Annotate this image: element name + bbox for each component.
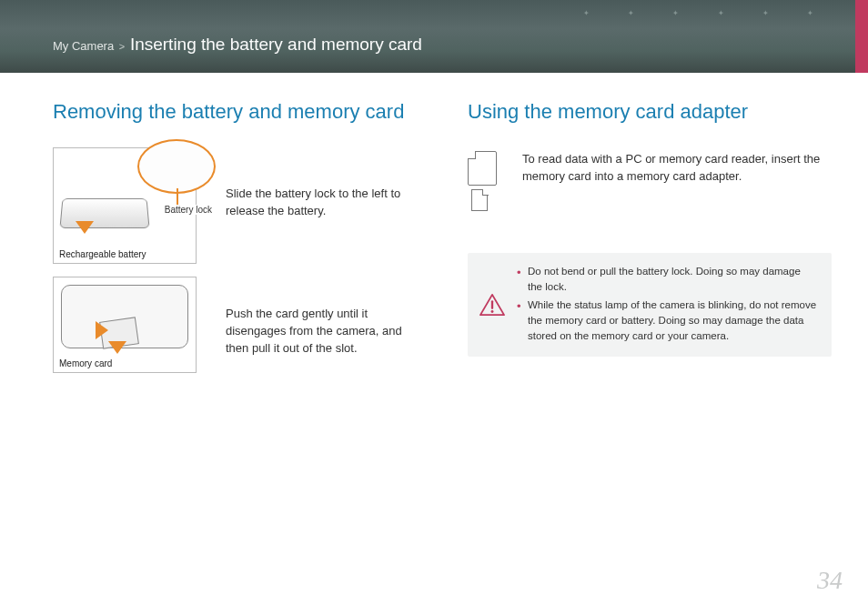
- section-title-removing: Removing the battery and memory card: [53, 100, 417, 124]
- page-number: 34: [817, 566, 843, 595]
- micro-sd-icon: [471, 189, 488, 211]
- page-content: Removing the battery and memory card Bat…: [0, 73, 868, 386]
- figure-battery: Battery lock Rechargeable battery: [53, 147, 197, 264]
- battery-illustration: [59, 198, 149, 228]
- breadcrumb-section: Inserting the battery and memory card: [130, 35, 422, 54]
- memory-card-description: Push the card gently until it disengages…: [226, 277, 417, 358]
- right-column: Using the memory card adapter To read da…: [468, 100, 832, 386]
- memory-card-row: Memory card Push the card gently until i…: [53, 277, 417, 373]
- warning-item: Do not bend or pull the battery lock. Do…: [517, 264, 817, 296]
- battery-description: Slide the battery lock to the left to re…: [226, 147, 417, 220]
- figure-caption-card: Memory card: [59, 358, 112, 368]
- figure-caption-battery: Rechargeable battery: [59, 249, 146, 259]
- adapter-row: To read data with a PC or memory card re…: [468, 147, 832, 211]
- page-header: ✦ ✦ ✦ ✦ ✦ ✦ My Camera > Inserting the ba…: [0, 0, 868, 73]
- warning-icon: [479, 293, 506, 317]
- breadcrumb: My Camera > Inserting the battery and me…: [53, 35, 868, 55]
- svg-point-1: [491, 310, 494, 313]
- warning-list: Do not bend or pull the battery lock. Do…: [517, 264, 817, 344]
- arrow-right-icon: [96, 321, 108, 339]
- battery-row: Battery lock Rechargeable battery Slide …: [53, 147, 417, 264]
- breadcrumb-category: My Camera: [53, 39, 114, 53]
- warning-box: Do not bend or pull the battery lock. Do…: [468, 253, 832, 357]
- arrow-down-icon: [76, 221, 94, 234]
- figure-memory-card: Memory card: [53, 277, 197, 373]
- left-column: Removing the battery and memory card Bat…: [53, 100, 417, 386]
- battery-lock-callout: [137, 139, 216, 194]
- arrow-down-icon: [108, 341, 126, 354]
- chevron-right-icon: >: [119, 41, 125, 52]
- adapter-description: To read data with a PC or memory card re…: [522, 147, 832, 211]
- battery-lock-label: Battery lock: [165, 205, 212, 215]
- decorative-dots: ✦ ✦ ✦ ✦ ✦ ✦: [583, 9, 832, 17]
- figure-adapter: [468, 147, 502, 211]
- sd-adapter-icon: [468, 151, 497, 186]
- section-title-adapter: Using the memory card adapter: [468, 100, 832, 124]
- warning-item: While the status lamp of the camera is b…: [517, 297, 817, 345]
